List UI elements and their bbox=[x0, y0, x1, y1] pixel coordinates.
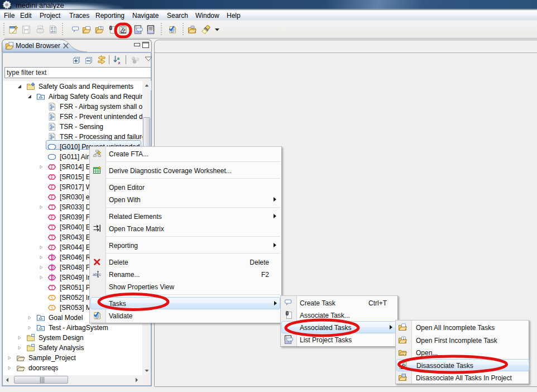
svg-text:z: z bbox=[118, 60, 121, 65]
